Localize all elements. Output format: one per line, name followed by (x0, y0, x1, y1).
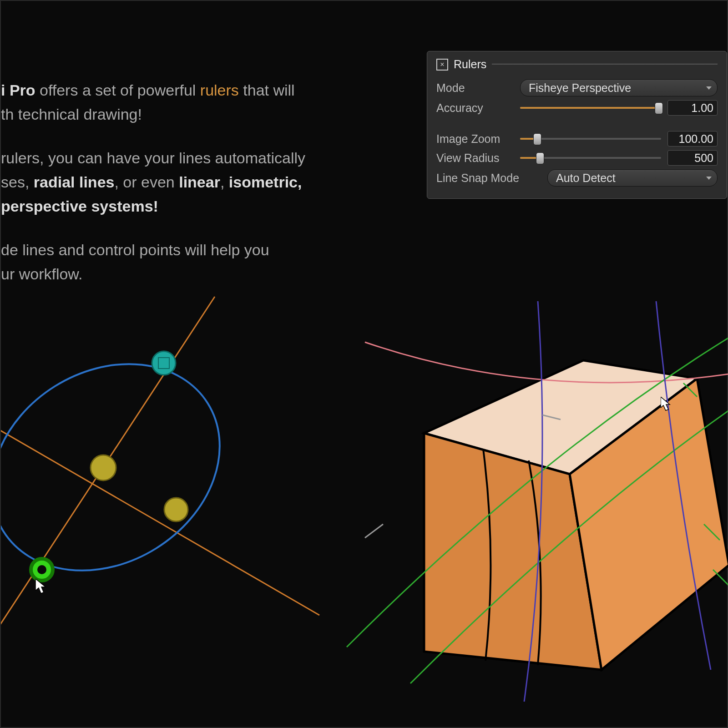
ellipse-ruler-figure (1, 297, 319, 665)
rulers-panel-title: Rulers (454, 58, 486, 71)
svg-marker-15 (661, 397, 670, 410)
zoom-value[interactable]: 100.00 (667, 131, 718, 147)
svg-point-7 (31, 559, 53, 581)
mode-row: Mode Fisheye Perspective (436, 79, 718, 96)
radius-slider[interactable] (520, 153, 661, 162)
app-stage: i Pro offers a set of powerful rulers th… (0, 0, 728, 728)
description-text: i Pro offers a set of powerful rulers th… (1, 78, 356, 306)
mode-label: Mode (436, 81, 514, 95)
zoom-label: Image Zoom (436, 132, 514, 146)
svg-point-2 (1, 322, 258, 612)
rulers-panel-header: × Rulers (436, 58, 718, 71)
zoom-row: Image Zoom 100.00 (436, 131, 718, 147)
svg-line-13 (542, 415, 561, 420)
rulers-checkbox[interactable]: × (436, 59, 448, 71)
svg-line-1 (1, 415, 319, 615)
snap-dropdown[interactable]: Auto Detect (547, 169, 718, 187)
svg-point-5 (91, 455, 116, 480)
fisheye-cube-figure (347, 301, 728, 702)
desc-paragraph-3: de lines and control points will help yo… (1, 238, 356, 286)
accuracy-label: Accuracy (436, 101, 514, 115)
svg-line-12 (365, 524, 383, 538)
x-icon: × (440, 61, 444, 68)
svg-line-10 (704, 524, 720, 540)
svg-rect-4 (158, 358, 169, 369)
svg-marker-14 (35, 579, 46, 593)
svg-line-11 (713, 570, 728, 586)
svg-point-6 (164, 498, 188, 521)
snap-row: Line Snap Mode Auto Detect (436, 169, 718, 187)
snap-label: Line Snap Mode (436, 172, 541, 185)
accuracy-row: Accuracy 1.00 (436, 100, 718, 116)
rulers-panel: × Rulers Mode Fisheye Perspective Accura… (427, 51, 727, 199)
desc-paragraph-1: i Pro offers a set of powerful rulers th… (1, 78, 356, 126)
header-rule (492, 64, 718, 65)
desc-paragraph-2: rulers, you can have your lines automati… (1, 146, 356, 218)
svg-line-9 (683, 383, 697, 397)
accuracy-value[interactable]: 1.00 (667, 100, 718, 116)
radius-label: View Radius (436, 152, 514, 165)
mode-dropdown[interactable]: Fisheye Perspective (520, 79, 718, 96)
svg-line-0 (1, 297, 215, 665)
radius-value[interactable]: 500 (667, 150, 718, 166)
svg-point-8 (37, 565, 46, 574)
svg-point-3 (152, 351, 176, 375)
zoom-slider[interactable] (520, 134, 661, 143)
radius-row: View Radius 500 (436, 150, 718, 166)
accuracy-slider[interactable] (520, 103, 661, 112)
